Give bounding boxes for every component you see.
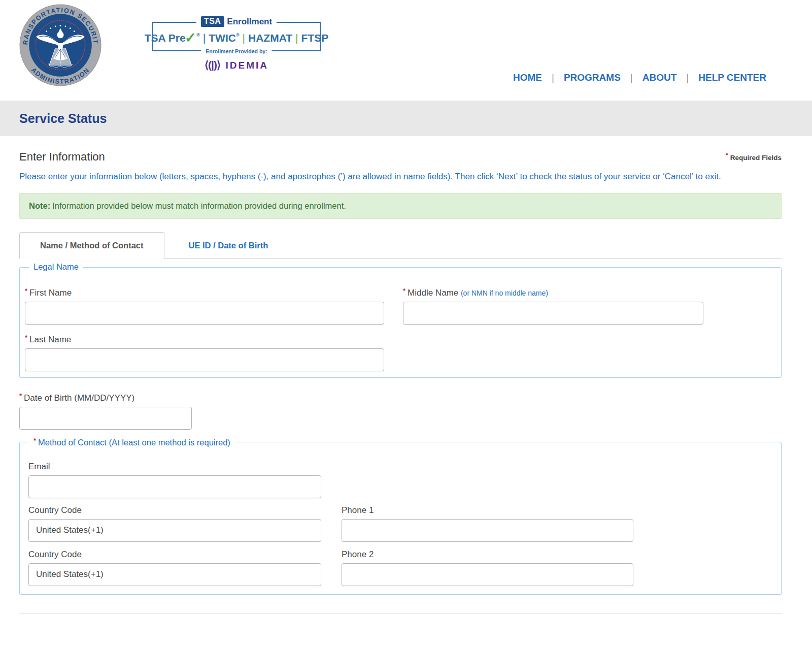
program-twic: TWIC (209, 32, 236, 44)
main-content: Enter Information *Required Fields Pleas… (0, 136, 812, 613)
tsa-enrollment-logo: TSA Enrollment TSA Pre✓®|TWIC®|HAZMAT|FT… (152, 15, 321, 71)
page-banner: Service Status (0, 101, 812, 136)
enrollment-word: Enrollment (227, 17, 272, 27)
program-ftsp: FTSP (301, 32, 329, 44)
legal-name-fieldset: Legal Name *First Name *Middle Name (or … (19, 267, 782, 378)
section-heading: Enter Information (19, 150, 105, 164)
country-code-1-group: Country Code United States(+1) (28, 505, 321, 542)
required-asterisk: * (25, 287, 27, 295)
site-header: TRANSPORTATION SECURITY ADMINISTRATION (0, 0, 812, 101)
email-group: Email (28, 462, 781, 498)
dob-label-text: Date of Birth (MM/DD/YYYY) (24, 393, 134, 403)
program-hazmat: HAZMAT (248, 32, 292, 44)
phone-2-input[interactable] (342, 563, 633, 586)
tsa-seal-logo: TRANSPORTATION SECURITY ADMINISTRATION (19, 4, 101, 86)
first-name-label: *First Name (25, 287, 384, 298)
last-name-label-text: Last Name (29, 335, 71, 344)
note-text: Information provided below must match in… (52, 201, 346, 210)
method-of-contact-legend-text: Method of Contact (At least one method i… (38, 438, 230, 447)
instructions-text: Please enter your information below (let… (19, 170, 782, 184)
country-code-2-value: United States(+1) (36, 569, 104, 579)
tab-ueid-date-of-birth[interactable]: UE ID / Date of Birth (164, 233, 293, 259)
phone-1-input[interactable] (342, 519, 633, 542)
nav-separator: | (552, 72, 554, 83)
dob-input[interactable] (19, 407, 192, 430)
last-name-label: *Last Name (25, 334, 384, 345)
required-fields-note: *Required Fields (726, 151, 782, 162)
program-tsa-pre: TSA Pre (145, 32, 186, 44)
middle-name-input[interactable] (403, 302, 703, 325)
program-separator: | (203, 32, 206, 44)
main-nav: HOME|PROGRAMS|ABOUT|HELP CENTER (513, 72, 766, 83)
page-title: Service Status (19, 111, 107, 126)
required-fields-label: Required Fields (730, 154, 782, 162)
nav-home[interactable]: HOME (513, 72, 542, 83)
first-name-group: *First Name (25, 287, 384, 325)
phone-2-label: Phone 2 (342, 550, 633, 560)
tab-bar: Name / Method of Contact UE ID / Date of… (19, 232, 782, 259)
country-code-1-label: Country Code (28, 505, 321, 515)
required-asterisk: * (726, 151, 728, 159)
dob-group: *Date of Birth (MM/DD/YYYY) (19, 392, 782, 430)
nav-separator: | (630, 72, 633, 83)
last-name-input[interactable] (25, 348, 384, 371)
bottom-divider (19, 613, 782, 613)
middle-name-label: *Middle Name (or NMN if no middle name) (403, 287, 703, 298)
tab-name-method-of-contact[interactable]: Name / Method of Contact (19, 232, 164, 259)
dob-label: *Date of Birth (MM/DD/YYYY) (19, 392, 782, 403)
note-label: Note: (29, 201, 50, 210)
nav-separator: | (686, 72, 689, 83)
required-asterisk: * (19, 392, 22, 400)
country-code-1-value: United States(+1) (36, 525, 104, 535)
middle-name-label-text: Middle Name (408, 288, 458, 298)
phone-1-label: Phone 1 (342, 505, 633, 515)
email-label: Email (28, 462, 781, 472)
first-name-label-text: First Name (29, 288, 72, 298)
required-asterisk: * (25, 334, 27, 341)
country-code-1-select[interactable]: United States(+1) (28, 519, 321, 542)
nav-programs[interactable]: PROGRAMS (564, 72, 621, 83)
program-separator: | (295, 32, 298, 44)
note-box: Note:Information provided below must mat… (19, 193, 782, 219)
idemia-glyph-icon: ⟨(|)⟩ (205, 59, 220, 71)
program-separator: | (243, 32, 245, 44)
country-code-2-label: Country Code (28, 550, 321, 560)
phone-1-group: Phone 1 (342, 505, 633, 542)
idemia-logo: ⟨(|)⟩ IDEMIA (152, 59, 321, 71)
middle-name-group: *Middle Name (or NMN if no middle name) (403, 287, 703, 325)
registered-mark: ® (196, 33, 200, 38)
registered-mark: ® (236, 33, 240, 38)
required-asterisk: * (403, 287, 405, 295)
method-of-contact-fieldset: *Method of Contact (At least one method … (19, 442, 782, 595)
middle-name-hint: (or NMN if no middle name) (461, 289, 548, 297)
enrollment-logo-box: TSA Enrollment TSA Pre✓®|TWIC®|HAZMAT|FT… (152, 22, 321, 51)
tsa-badge: TSA (201, 16, 224, 27)
first-name-input[interactable] (25, 302, 384, 325)
country-code-2-select[interactable]: United States(+1) (28, 563, 321, 586)
idemia-wordmark: IDEMIA (226, 60, 269, 71)
check-icon: ✓ (185, 30, 196, 46)
country-code-2-group: Country Code United States(+1) (28, 550, 321, 586)
email-input[interactable] (28, 475, 321, 498)
program-list: TSA Pre✓®|TWIC®|HAZMAT|FTSP (145, 28, 329, 45)
phone-2-group: Phone 2 (342, 550, 633, 586)
enrollment-provided-by: Enrollment Provided by: (201, 48, 272, 54)
nav-help-center[interactable]: HELP CENTER (698, 72, 766, 83)
last-name-group: *Last Name (25, 334, 384, 371)
legal-name-legend: Legal Name (29, 262, 83, 272)
enrollment-logo-title: TSA Enrollment (196, 16, 277, 27)
method-of-contact-legend: *Method of Contact (At least one method … (29, 437, 235, 447)
required-asterisk: * (33, 437, 36, 444)
nav-about[interactable]: ABOUT (642, 72, 677, 83)
